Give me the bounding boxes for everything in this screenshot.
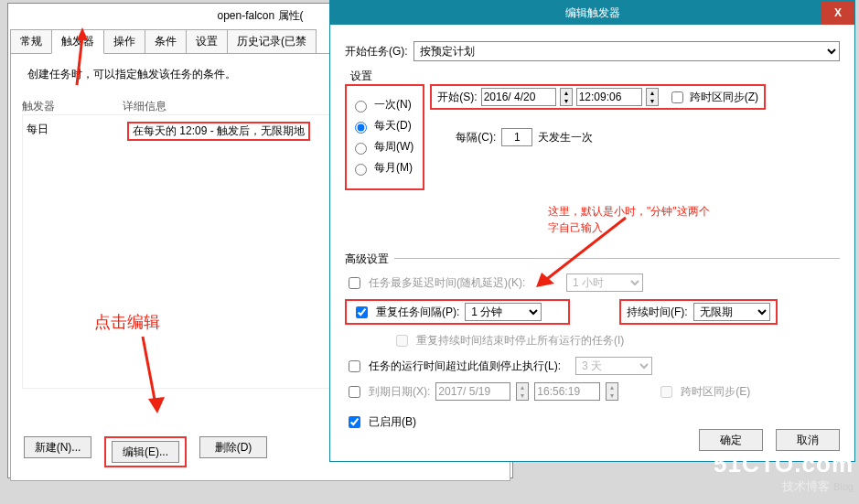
col-detail: 详细信息: [123, 99, 166, 114]
dialog-title-bar: 编辑触发器 X: [330, 1, 854, 25]
close-button[interactable]: X: [821, 1, 854, 25]
tab-conditions[interactable]: 条件: [145, 29, 187, 54]
enabled-label: 已启用(B): [369, 414, 416, 430]
repeat-label: 重复任务间隔(P):: [376, 305, 459, 320]
repeat-select[interactable]: 1 分钟: [465, 303, 542, 321]
button-row: 新建(N)... 编辑(E)... 删除(D): [24, 436, 267, 467]
edit-button[interactable]: 编辑(E)...: [112, 441, 179, 463]
stop-running-checkbox: [396, 335, 408, 347]
tab-actions[interactable]: 操作: [103, 29, 145, 54]
every-unit: 天发生一次: [538, 130, 593, 145]
time-spinner[interactable]: ▴▾: [646, 88, 659, 106]
expire-time-input: [534, 382, 600, 401]
delay-checkbox[interactable]: [349, 277, 360, 289]
start-task-select[interactable]: 按预定计划: [413, 41, 840, 61]
tz-sync-label: 跨时区同步(Z): [690, 90, 758, 105]
cancel-button[interactable]: 取消: [776, 429, 840, 451]
arrow-to-repeat: [529, 212, 639, 295]
radio-weekly[interactable]: 每周(W): [350, 139, 413, 155]
arrow-to-tab: [60, 26, 97, 90]
start-time-input[interactable]: [576, 88, 642, 106]
col-trigger: 触发器: [22, 99, 123, 114]
every-label: 每隔(C):: [456, 130, 496, 145]
radio-daily[interactable]: 每天(D): [350, 118, 413, 134]
new-button[interactable]: 新建(N)...: [24, 436, 91, 458]
radio-once[interactable]: 一次(N): [350, 97, 413, 113]
every-value-input[interactable]: [501, 128, 532, 146]
frequency-radio-group: 一次(N) 每天(D) 每周(W) 每月(M): [345, 84, 424, 190]
tab-settings[interactable]: 设置: [186, 29, 228, 54]
row-detail: 在每天的 12:09 - 触发后，无限期地: [127, 122, 310, 141]
start-task-label: 开始任务(G):: [345, 44, 408, 59]
repeat-checkbox[interactable]: [356, 306, 368, 318]
radio-monthly[interactable]: 每月(M): [350, 160, 413, 176]
tab-history[interactable]: 历史记录(已禁: [227, 29, 317, 54]
tz-sync-checkbox[interactable]: [671, 91, 683, 103]
expire-date-spinner: ▴▾: [516, 382, 529, 401]
duration-label: 持续时间(F):: [627, 305, 688, 320]
ok-button[interactable]: 确定: [699, 429, 763, 451]
dialog-title: 编辑触发器: [565, 1, 620, 25]
duration-select[interactable]: 无限期: [693, 303, 770, 321]
row-trigger: 每日: [27, 122, 127, 141]
timeout-checkbox[interactable]: [349, 360, 360, 372]
tz2-label: 跨时区同步(E): [681, 384, 750, 400]
svg-line-2: [143, 337, 156, 404]
expire-label: 到期日期(X):: [369, 384, 430, 400]
timeout-label: 任务的运行时间超过此值则停止执行(L):: [369, 359, 570, 374]
svg-marker-1: [77, 27, 88, 40]
svg-line-4: [543, 218, 626, 282]
arrow-to-edit: [115, 329, 188, 421]
tz2-checkbox: [660, 386, 672, 398]
svg-marker-3: [148, 397, 165, 413]
stop-running-label: 重复持续时间结束时停止所有运行的任务(I): [416, 333, 624, 349]
date-spinner[interactable]: ▴▾: [560, 88, 573, 106]
delete-button[interactable]: 删除(D): [199, 436, 267, 458]
expire-checkbox[interactable]: [349, 386, 360, 398]
advanced-heading: 高级设置: [345, 252, 394, 267]
settings-heading: 设置: [350, 69, 840, 84]
start-date-input[interactable]: [481, 88, 556, 106]
svg-line-0: [77, 37, 82, 85]
start-label: 开始(S):: [437, 90, 477, 105]
enabled-checkbox[interactable]: [349, 416, 360, 428]
tab-general[interactable]: 常规: [10, 29, 52, 54]
timeout-select: 3 天: [575, 357, 652, 375]
expire-date-input: [435, 382, 510, 401]
expire-time-spinner: ▴▾: [606, 382, 618, 401]
